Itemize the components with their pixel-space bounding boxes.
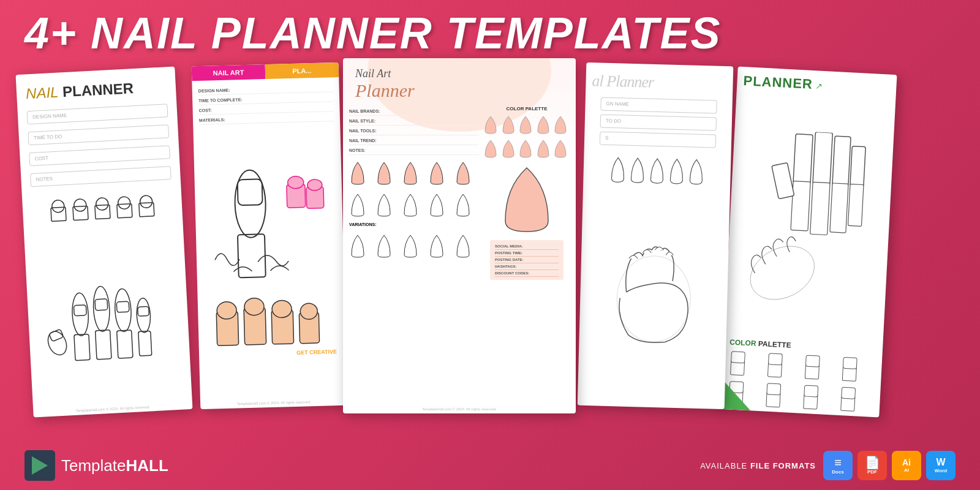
- nail-var-2: [375, 230, 393, 260]
- field-cost: COST: [29, 145, 170, 166]
- cp5-nail-3: [802, 353, 822, 382]
- cp-nail-10: [554, 138, 567, 159]
- planner-word: PLANNER: [62, 80, 134, 100]
- format-icons: ≡ Docs 📄 PDF Ai AI W Word: [823, 451, 956, 480]
- template-card-2: NAIL ART PLA... DESIGN NAME: TIME TO COM…: [192, 62, 348, 409]
- variations-label: VARIATIONS:: [349, 221, 479, 228]
- pdf-label: PDF: [867, 469, 877, 475]
- cp-nail-5: [554, 114, 567, 135]
- cp-nail-2: [502, 114, 515, 135]
- nail-grid-variation: [349, 230, 479, 260]
- format-ai: Ai AI: [892, 451, 921, 480]
- nail-c4-4: [668, 156, 685, 187]
- svg-rect-55: [805, 355, 820, 367]
- svg-rect-14: [74, 304, 86, 315]
- cp-nail-7: [502, 138, 515, 159]
- svg-point-5: [96, 198, 108, 211]
- cp-nail-6: [484, 138, 497, 159]
- cp5-nail-7: [801, 383, 821, 412]
- footer: TemplateHALL AVAILABLE FILE FORMATS ≡ Do…: [0, 441, 980, 490]
- nail-pink-5: [454, 157, 472, 187]
- color-palette-grid-2: [484, 138, 570, 159]
- nail-icon-sq-2: [70, 194, 90, 222]
- field-notes-3: NOTES:: [349, 146, 479, 155]
- logo-icon: [24, 450, 55, 481]
- nail-var-4: [428, 230, 445, 260]
- nail-icon-sq-4: [115, 191, 134, 220]
- template-card-4: al Planner GN NAME TO DO S: [578, 62, 734, 409]
- cp5-nail-6: [764, 381, 783, 410]
- nail-c4-5: [687, 156, 705, 187]
- nail-pink-4: [428, 157, 445, 187]
- svg-rect-44: [832, 136, 851, 186]
- svg-rect-65: [842, 387, 856, 399]
- field-social-media: SOCIAL MEDIA:: [495, 243, 559, 250]
- svg-rect-23: [138, 306, 149, 316]
- main-title: 4+ Nail Planner Templates: [24, 11, 956, 55]
- svg-point-30: [307, 179, 322, 191]
- nail-row-4: [583, 148, 731, 192]
- nails-bottom-2: [209, 287, 334, 352]
- svg-rect-20: [116, 301, 129, 312]
- card-1-header: NAIL PLANNER: [16, 67, 176, 108]
- nail-icon-sq-5: [137, 190, 156, 219]
- svg-rect-41: [791, 181, 810, 230]
- svg-rect-61: [767, 383, 781, 395]
- field-hashtags: HASHTAGS:: [495, 263, 559, 270]
- field-posting-time: POSTING TIME:: [495, 250, 559, 257]
- svg-rect-40: [793, 134, 813, 183]
- cp-grid-5: [728, 349, 876, 383]
- nail-var-3: [402, 230, 419, 260]
- field-nail-trend: NAIL TREND:: [349, 137, 479, 145]
- nail-outline-5: [454, 189, 472, 219]
- svg-rect-42: [813, 132, 832, 184]
- logo-svg: [24, 450, 55, 481]
- ai-icon: Ai: [902, 458, 911, 467]
- cp-nail-1: [484, 114, 497, 135]
- file-formats: AVAILABLE FILE FORMATS ≡ Docs 📄 PDF Ai A…: [700, 451, 956, 480]
- field-gn-name: GN NAME: [600, 97, 717, 114]
- svg-rect-11: [49, 329, 64, 342]
- nail-var-5: [454, 230, 472, 260]
- cp-nail-4: [537, 114, 550, 135]
- hand-illustration-2: [206, 165, 332, 290]
- planner-green-arrow-icon: ↗: [815, 81, 823, 91]
- hand-illustration-4: [578, 189, 730, 409]
- template-card-1: NAIL PLANNER DESIGN NAME TIME TO DO COST…: [16, 67, 193, 418]
- tab-nail-art: NAIL ART: [192, 64, 266, 81]
- svg-rect-46: [850, 146, 865, 186]
- docs-label: Docs: [832, 469, 844, 475]
- svg-point-32: [217, 301, 237, 319]
- nail-outline-2: [375, 189, 393, 219]
- card-3-copyright: TemplateHall.com © 2024. All rights rese…: [343, 405, 576, 413]
- svg-point-3: [74, 198, 86, 211]
- header: 4+ Nail Planner Templates: [0, 0, 980, 61]
- hands-svg-5: [732, 127, 888, 306]
- logo-hall: HALL: [126, 456, 168, 475]
- templates-area: NAIL PLANNER DESIGN NAME TIME TO DO COST…: [0, 61, 980, 441]
- field-time-to-do: TIME TO DO: [28, 124, 169, 145]
- big-nail-icon: [502, 163, 551, 236]
- nail-outline-4: [428, 189, 445, 219]
- nail-c4-2: [628, 154, 646, 186]
- nail-c4-3: [648, 155, 666, 186]
- svg-rect-45: [830, 183, 848, 232]
- templates-container: NAIL PLANNER DESIGN NAME TIME TO DO COST…: [6, 52, 974, 450]
- nail-icon-sq-1: [48, 195, 68, 224]
- cp-nail-9: [537, 138, 550, 159]
- svg-rect-51: [731, 352, 745, 363]
- nail-grid-outline-5: [349, 189, 479, 219]
- big-nail-display: [484, 163, 570, 236]
- word-label: Word: [935, 468, 947, 473]
- color-palette-grid-1: [484, 114, 570, 135]
- svg-rect-22: [138, 331, 152, 356]
- field-nail-style: NAIL STYLE:: [349, 117, 479, 126]
- cp-nail-3: [519, 114, 532, 135]
- field-posting-date: POSTING DATE:: [495, 257, 559, 263]
- pdf-icon: 📄: [865, 456, 880, 469]
- format-pdf: 📄 PDF: [858, 451, 887, 480]
- svg-rect-17: [95, 298, 108, 310]
- cp-nail-8: [519, 138, 532, 159]
- logo-text: TemplateHALL: [61, 456, 168, 475]
- svg-rect-53: [768, 353, 782, 365]
